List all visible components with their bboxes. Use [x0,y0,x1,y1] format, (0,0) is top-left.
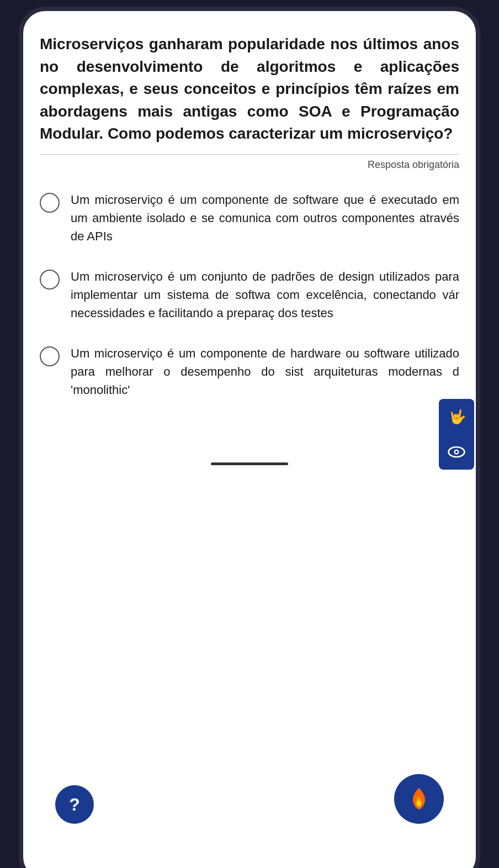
bottom-bar [211,462,288,465]
option-3-container: Um microserviço é um componente de hardw… [40,344,459,399]
option-3-radio[interactable] [40,346,60,366]
divider [40,154,459,155]
option-2-radio[interactable] [40,270,60,290]
option-1-radio[interactable] [40,193,60,213]
svg-point-3 [455,450,458,453]
fire-icon [405,785,433,813]
fire-button[interactable] [394,774,444,824]
svg-text:🤟: 🤟 [449,408,466,425]
help-button[interactable]: ? [55,785,94,824]
eye-icon [447,442,466,462]
option-2-container: Um microserviço é um conjunto de padrões… [40,267,459,322]
option-1-container: Um microserviço é um componente de softw… [40,191,459,245]
svg-point-4 [417,801,421,806]
option-1-text: Um microserviço é um componente de softw… [71,191,459,245]
floating-buttons: 🤟 [439,399,474,470]
content-area: Microserviços ganharam popularidade nos … [23,11,476,476]
eye-visibility-button[interactable] [439,434,474,470]
accessibility-button[interactable]: 🤟 [439,399,474,434]
required-label: Resposta obrigatória [40,159,459,171]
question-text: Microserviços ganharam popularidade nos … [40,33,459,145]
option-2-text: Um microserviço é um conjunto de padrões… [71,267,459,322]
option-3-text: Um microserviço é um componente de hardw… [71,344,459,399]
phone-screen: Microserviços ganharam popularidade nos … [23,11,476,868]
hand-accessibility-icon: 🤟 [447,407,466,427]
help-button-label: ? [69,795,80,815]
